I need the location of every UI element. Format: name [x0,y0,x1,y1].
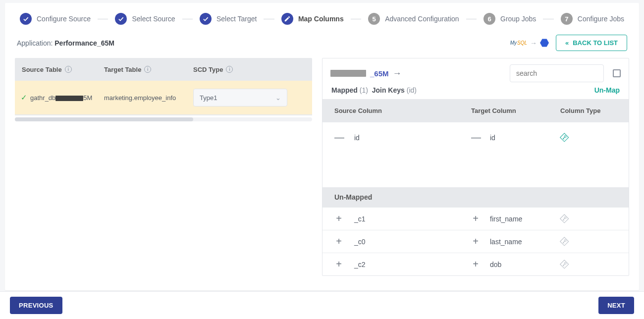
unmapped-row[interactable]: +_c2 +dob ⚿ [322,253,629,275]
redacted-text [330,70,366,77]
step-label: Map Columns [298,15,344,23]
unmapped-row[interactable]: +_c0 +last_name ⚿ [322,230,629,253]
plus-icon[interactable]: + [334,259,343,270]
plus-icon[interactable]: + [334,236,343,247]
scd-type-value: Type1 [200,94,217,102]
target-column: id [490,134,495,142]
key-icon[interactable]: ⚿ [558,131,570,143]
back-to-list-button[interactable]: « BACK TO LIST [556,35,627,51]
col-header-label: SCD Type [193,66,223,73]
step-connector [543,19,553,19]
expand-icon[interactable] [613,69,621,77]
step-connector [466,19,477,19]
wizard-footer: PREVIOUS NEXT [0,291,644,319]
scd-type-select[interactable]: Type1 ⌄ [193,89,287,106]
step-map-columns[interactable]: Map Columns [281,13,344,25]
plus-icon[interactable]: + [471,236,480,247]
mapped-count: (1) [360,86,368,94]
target-column: first_name [490,215,522,223]
plus-icon[interactable]: + [471,213,480,224]
step-configure-source[interactable]: Configure Source [20,13,91,25]
col-header-scd-type: SCD Typei [193,66,312,73]
key-icon[interactable]: ⚿ [558,213,570,224]
step-number: 6 [483,13,495,25]
grid-header-source-column: Source Column [322,107,471,114]
unmap-link[interactable]: Un-Map [594,86,620,94]
target-column: last_name [490,238,522,246]
table-row[interactable]: ✓ gathr_db5M marketing.employee_info Typ… [15,81,312,115]
minus-icon[interactable]: — [471,132,480,143]
scrollbar-thumb[interactable] [15,117,193,121]
pencil-icon [281,13,293,25]
joinkeys-label: Join Keys [372,86,405,94]
grid-header-target-column: Target Column [471,107,560,114]
horizontal-scrollbar[interactable] [15,117,312,121]
mapped-label: Mapped [331,86,358,94]
step-label: Configure Source [37,15,91,23]
step-number: 7 [561,13,573,25]
step-connector [264,19,274,19]
step-select-target[interactable]: Select Target [200,13,257,25]
key-icon[interactable]: ⚿ [558,235,570,247]
joinkeys-value: (id) [407,86,417,94]
info-icon[interactable]: i [65,66,72,73]
check-icon [20,13,32,25]
tables-panel: Source Tablei Target Tablei SCD Typei ✓ … [15,58,312,276]
search-input[interactable] [510,64,604,82]
mapped-row[interactable]: —id —id ⚿ [322,122,629,153]
key-icon[interactable]: ⚿ [558,258,570,270]
source-suffix: 5M [83,94,92,102]
back-to-list-label: BACK TO LIST [573,39,618,47]
target-column: dob [490,261,501,268]
source-prefix: gathr_db [30,94,55,102]
source-column: _c0 [354,238,366,246]
chevrons-left-icon: « [565,39,569,47]
step-configure-jobs[interactable]: 7 Configure Jobs [561,13,624,25]
step-connector [351,19,361,19]
previous-button[interactable]: PREVIOUS [10,297,62,314]
col-header-label: Target Table [104,66,141,73]
step-label: Select Target [216,15,257,23]
unmapped-section-label: Un-Mapped [322,187,629,207]
plus-icon[interactable]: + [334,213,343,224]
next-button[interactable]: NEXT [598,297,634,314]
step-select-source[interactable]: Select Source [115,13,175,25]
check-icon [115,13,127,25]
source-table-name: gathr_db5M [30,94,92,102]
mapping-panel: _65M → Mapped (1) Join Keys (id) Un-Map … [322,58,629,276]
application-label: Application: Performance_65M [17,39,114,47]
unmapped-row[interactable]: +_c1 +first_name ⚿ [322,207,629,230]
source-column: _c2 [354,261,366,268]
step-number: 5 [368,13,380,25]
source-column: _c1 [354,215,366,223]
redacted-text [55,96,83,101]
col-header-target-table: Target Tablei [104,66,193,73]
chevron-down-icon: ⌄ [275,94,281,102]
arrow-right-icon: → [393,68,402,79]
step-label: Select Source [132,15,175,23]
check-icon [200,13,212,25]
step-connector [98,19,108,19]
target-table-name: marketing.employee_info [104,94,176,102]
step-connector [182,19,193,19]
step-label: Configure Jobs [578,15,624,23]
success-check-icon: ✓ [21,93,27,102]
col-header-label: Source Table [22,66,62,73]
mapping-title: _65M → [330,68,402,79]
grid-header-column-type: Column Type [560,107,629,114]
minus-icon[interactable]: — [334,132,343,143]
step-advanced-configuration[interactable]: 5 Advanced Configuration [368,13,459,25]
arrow-right-icon: → [530,39,537,47]
connection-flow-icons: MySQL → [510,39,549,48]
wizard-stepper: Configure Source Select Source Select Ta… [15,3,629,34]
target-hex-icon [540,39,549,48]
step-group-jobs[interactable]: 6 Group Jobs [483,13,536,25]
application-name: Performance_65M [54,39,114,47]
application-label-text: Application: [17,39,54,47]
info-icon[interactable]: i [226,66,233,73]
title-suffix: _65M [370,69,389,78]
col-header-source-table: Source Tablei [15,66,104,73]
info-icon[interactable]: i [144,66,151,73]
plus-icon[interactable]: + [471,259,480,270]
mysql-icon: MySQL [510,40,527,46]
